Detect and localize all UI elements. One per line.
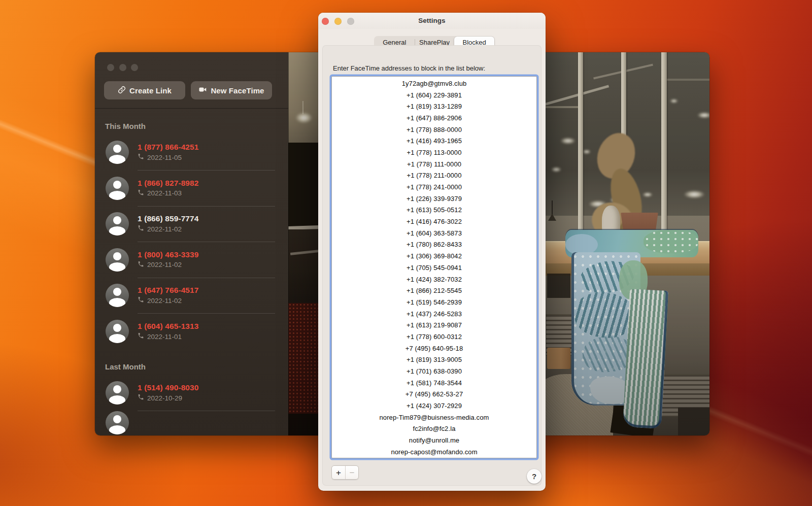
blocked-address-row[interactable]: +1 (778) 888-0000: [332, 124, 536, 136]
call-date: 2022-11-02: [147, 297, 182, 305]
video-camera-icon: [198, 85, 207, 95]
call-number: 1 (866) 827-8982: [138, 179, 275, 188]
blocked-address-row[interactable]: +1 (226) 339-9379: [332, 193, 536, 205]
blocked-addresses-list[interactable]: 1y72agb@gtmv8.club+1 (604) 229-3891+1 (8…: [331, 76, 537, 458]
phone-icon: [138, 189, 144, 197]
create-link-button[interactable]: Create Link: [104, 81, 185, 99]
blocked-address-row[interactable]: +1 (647) 886-2906: [332, 112, 536, 124]
phone-icon: [138, 225, 144, 233]
call-history-section: Last Month1 (514) 490-80302022-10-29: [95, 362, 288, 431]
phone-icon: [138, 332, 144, 341]
blocked-address-row[interactable]: 1y72agb@gtmv8.club: [332, 78, 536, 89]
blocked-address-row[interactable]: +1 (705) 545-0941: [332, 262, 536, 274]
blocked-address-row[interactable]: norep-capost@mofando.com: [332, 446, 536, 458]
minimize-button[interactable]: [119, 64, 126, 71]
blocked-address-row[interactable]: +1 (416) 493-1965: [332, 135, 536, 147]
call-row[interactable]: 1 (604) 465-13132022-11-01: [95, 314, 288, 350]
blocked-address-row[interactable]: +1 (306) 369-8042: [332, 250, 536, 262]
blocked-address-row[interactable]: +1 (778) 113-0000: [332, 147, 536, 158]
call-row[interactable]: 1 (866) 827-89822022-11-03: [95, 171, 288, 207]
person-icon: [106, 284, 129, 307]
call-number: 1 (647) 766-4517: [138, 286, 275, 295]
phone-icon: [138, 153, 144, 161]
blocked-address-row[interactable]: +1 (778) 211-0000: [332, 170, 536, 182]
call-number: 1 (514) 490-8030: [138, 383, 275, 392]
call-number: 1 (877) 866-4251: [138, 143, 275, 152]
close-button[interactable]: [107, 64, 114, 71]
blocked-address-row[interactable]: +7 (495) 662-53-27: [332, 389, 536, 400]
blocked-address-row[interactable]: +1 (778) 111-0000: [332, 158, 536, 170]
call-row-partial[interactable]: [95, 411, 288, 431]
blocked-address-row[interactable]: +7 (495) 640-95-18: [332, 343, 536, 354]
person-icon: [106, 141, 129, 164]
call-date: 2022-11-05: [147, 154, 182, 161]
person-icon: [106, 381, 129, 404]
facetime-window-controls: [107, 64, 138, 71]
blocked-address-row[interactable]: +1 (819) 313-1289: [332, 100, 536, 112]
new-facetime-label: New FaceTime: [211, 86, 264, 95]
blocked-address-row[interactable]: +1 (416) 476-3022: [332, 216, 536, 227]
call-number: 1 (800) 463-3339: [138, 250, 275, 259]
call-history-section: This Month1 (877) 866-42512022-11-051 (8…: [95, 122, 288, 349]
blocked-address-row[interactable]: +1 (866) 212-5545: [332, 285, 536, 296]
person-icon: [106, 411, 129, 434]
blocked-address-row[interactable]: fc2info@fc2.la: [332, 423, 536, 435]
new-facetime-button[interactable]: New FaceTime: [191, 81, 272, 99]
person-icon: [106, 177, 129, 200]
settings-window: Settings GeneralSharePlayBlocked Enter F…: [318, 13, 546, 491]
add-remove-button-group: + −: [331, 465, 359, 480]
blocked-address-row[interactable]: +1 (604) 363-5873: [332, 227, 536, 239]
person-icon: [106, 212, 129, 235]
blocked-address-row[interactable]: +1 (778) 600-0312: [332, 331, 536, 343]
blocked-address-row[interactable]: +1 (424) 307-2929: [332, 400, 536, 412]
person-icon: [106, 248, 129, 272]
call-number: 1 (604) 465-1313: [138, 322, 275, 331]
person-icon: [106, 320, 129, 343]
settings-titlebar[interactable]: Settings: [318, 13, 546, 29]
call-row[interactable]: 1 (866) 859-77742022-11-02: [95, 206, 288, 242]
section-title: Last Month: [105, 362, 288, 371]
phone-icon: [138, 394, 144, 402]
blocked-address-row[interactable]: notify@unroll.me: [332, 434, 536, 446]
blocked-address-row[interactable]: +1 (424) 382-7032: [332, 274, 536, 285]
blocked-address-row[interactable]: +1 (819) 313-9005: [332, 354, 536, 366]
call-date: 2022-10-29: [147, 394, 182, 402]
call-row[interactable]: 1 (877) 866-42512022-11-05: [95, 134, 288, 171]
call-row[interactable]: 1 (647) 766-45172022-11-02: [95, 278, 288, 314]
blocked-address-row[interactable]: norep-Tim879@buisness-media.com: [332, 412, 536, 423]
blocked-address-row[interactable]: +1 (780) 862-8433: [332, 239, 536, 251]
phone-icon: [138, 261, 144, 269]
blocked-address-row[interactable]: +1 (519) 546-2939: [332, 296, 536, 308]
window-title: Settings: [318, 17, 546, 24]
recent-calls-list: This Month1 (877) 866-42512022-11-051 (8…: [95, 122, 288, 431]
call-date: 2022-11-02: [147, 261, 182, 268]
call-row[interactable]: 1 (514) 490-80302022-10-29: [95, 375, 288, 411]
call-number: 1 (866) 859-7774: [138, 214, 275, 223]
blocked-instruction-label: Enter FaceTime addresses to block in the…: [333, 64, 485, 72]
section-title: This Month: [105, 122, 288, 130]
add-blocked-button[interactable]: +: [332, 466, 345, 479]
call-date: 2022-11-02: [147, 225, 182, 233]
blocked-address-row[interactable]: +1 (613) 219-9087: [332, 319, 536, 331]
blocked-address-row[interactable]: +1 (604) 229-3891: [332, 89, 536, 101]
help-button[interactable]: ?: [527, 469, 542, 484]
blocked-address-row[interactable]: +1 (437) 246-5283: [332, 308, 536, 320]
facetime-toolbar: Create Link New FaceTime: [95, 52, 288, 109]
blocked-address-row[interactable]: +1 (613) 505-0512: [332, 205, 536, 216]
facetime-sidebar: Create Link New FaceTime This Month1 (87…: [95, 52, 288, 435]
blocked-address-row[interactable]: +1 (778) 241-0000: [332, 181, 536, 193]
call-date: 2022-11-01: [147, 333, 182, 341]
phone-icon: [138, 296, 144, 305]
call-row[interactable]: 1 (800) 463-33392022-11-02: [95, 242, 288, 278]
zoom-button[interactable]: [131, 64, 138, 71]
blocked-address-row[interactable]: +1 (581) 748-3544: [332, 377, 536, 389]
create-link-label: Create Link: [129, 86, 172, 95]
call-date: 2022-11-03: [147, 189, 182, 197]
link-icon: [118, 86, 126, 95]
remove-blocked-button[interactable]: −: [345, 466, 358, 479]
blocked-address-row[interactable]: +1 (701) 638-0390: [332, 365, 536, 377]
